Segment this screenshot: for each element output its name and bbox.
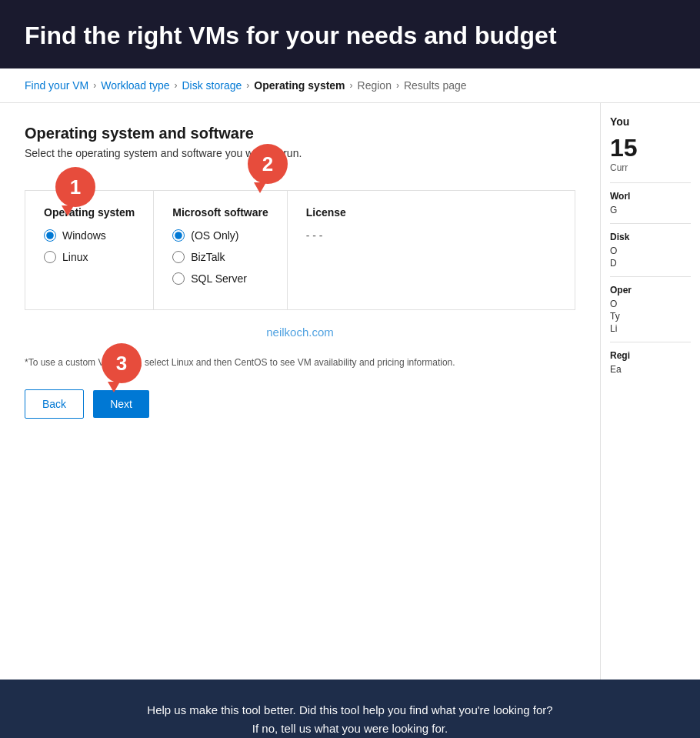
software-sqlserver-label: SQL Server: [191, 272, 247, 285]
software-os-only-radio[interactable]: [172, 229, 185, 242]
section-subtitle: Select the operating system and software…: [25, 147, 575, 159]
sidebar-operating-license: Li: [610, 323, 691, 334]
os-windows-label: Windows: [62, 229, 106, 242]
sidebar-disk-value2: D: [610, 258, 691, 269]
software-sqlserver-option[interactable]: SQL Server: [172, 272, 268, 285]
software-sqlserver-radio[interactable]: [172, 272, 185, 285]
sidebar-disk-value1: O: [610, 245, 691, 256]
sidebar-workload-value: G: [610, 205, 691, 215]
sidebar-workload-title: Worl: [610, 191, 691, 202]
annotation-badge-3: 3: [102, 343, 142, 383]
footer-banner: Help us make this tool better. Did this …: [0, 680, 700, 738]
footer-line1: Help us make this tool better. Did this …: [25, 701, 675, 720]
breadcrumb-region: Region: [358, 79, 392, 92]
breadcrumb: Find your VM › Workload type › Disk stor…: [0, 68, 700, 103]
breadcrumb-workload-type[interactable]: Workload type: [101, 79, 169, 92]
footer-line2: If no, tell us what you were looking for…: [25, 720, 675, 738]
annotation-badge-1: 1: [55, 167, 95, 207]
sidebar-your-label: You: [610, 115, 691, 128]
annotation-badge-2: 2: [248, 144, 288, 184]
os-windows-option[interactable]: Windows: [44, 229, 135, 242]
back-button[interactable]: Back: [25, 389, 84, 419]
breadcrumb-find-vm[interactable]: Find your VM: [25, 79, 88, 92]
os-windows-radio[interactable]: [44, 229, 56, 242]
watermark: neilkoch.com: [25, 326, 575, 339]
options-wrapper: 1 2 Operating system Windows Linux: [25, 190, 575, 310]
next-button[interactable]: Next: [93, 390, 149, 418]
os-linux-label: Linux: [62, 251, 88, 263]
os-linux-radio[interactable]: [44, 251, 56, 263]
software-biztalk-radio[interactable]: [172, 251, 185, 263]
main-title: Find the right VMs for your needs and bu…: [25, 22, 675, 50]
page-section: Operating system and software Select the…: [25, 103, 575, 172]
license-value: - - -: [306, 229, 556, 242]
software-biztalk-option[interactable]: BizTalk: [172, 251, 268, 263]
sidebar-operating-os: O: [610, 299, 691, 309]
license-column-title: License: [306, 206, 556, 219]
sidebar-region-title: Regi: [610, 350, 691, 361]
software-biztalk-label: BizTalk: [191, 251, 225, 263]
os-column-title: Operating system: [44, 206, 135, 219]
sidebar-divider-3: [610, 276, 691, 277]
sidebar-operating-title: Oper: [610, 285, 691, 296]
software-column-title: Microsoft software: [172, 206, 268, 219]
breadcrumb-results-page: Results page: [404, 79, 467, 92]
page-header: Find the right VMs for your needs and bu…: [0, 0, 700, 68]
license-column: License - - -: [288, 191, 575, 309]
sidebar-divider-1: [610, 182, 691, 183]
sidebar-divider-2: [610, 223, 691, 224]
software-os-only-label: (OS Only): [191, 229, 238, 242]
breadcrumb-operating-system: Operating system: [254, 79, 345, 92]
breadcrumb-disk-storage[interactable]: Disk storage: [182, 79, 242, 92]
sidebar-current-label: Curr: [610, 162, 691, 173]
sidebar: You 15 Curr Worl G Disk O D Oper O Ty Li…: [600, 103, 700, 680]
software-column: Microsoft software (OS Only) BizTalk SQL…: [154, 191, 287, 309]
sidebar-divider-4: [610, 342, 691, 342]
sidebar-operating-type: Ty: [610, 311, 691, 322]
sidebar-disk-title: Disk: [610, 232, 691, 242]
button-row: 3 Back Next: [25, 389, 575, 419]
os-linux-option[interactable]: Linux: [44, 251, 135, 263]
sidebar-region-value: Ea: [610, 364, 691, 375]
software-os-only-option[interactable]: (OS Only): [172, 229, 268, 242]
options-grid: Operating system Windows Linux Microsoft…: [25, 190, 575, 310]
section-title: Operating system and software: [25, 125, 575, 142]
os-column: Operating system Windows Linux: [25, 191, 154, 309]
sidebar-count: 15: [610, 134, 691, 162]
